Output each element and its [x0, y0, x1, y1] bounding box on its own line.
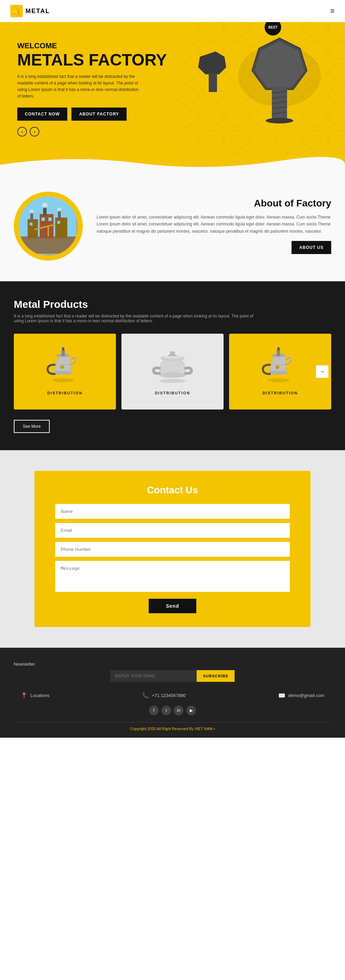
about-button-wrapper: ABOUT US	[97, 241, 331, 254]
products-description: It is a long established fact that a rea…	[14, 314, 255, 323]
footer: Newsletter SUBSCRIBE 📍 Locations 📞 +71 1…	[0, 648, 345, 738]
contact-now-button[interactable]: CONTACT NOW	[17, 108, 67, 121]
footer-email: ✉️ demo@gmail.com	[278, 692, 324, 699]
hero-section: BEST WELCOME METALS FACTORY It is a long…	[0, 0, 345, 171]
about-text-content: About of Factory Lorem ipsum dolor sit a…	[97, 198, 331, 254]
svg-text:🤙: 🤙	[12, 6, 22, 16]
hero-navigation: ‹ ›	[17, 127, 172, 137]
svg-point-53	[276, 365, 279, 369]
hero-bolt-image	[183, 14, 335, 131]
hero-title: METALS FACTORY	[17, 51, 172, 69]
svg-rect-34	[54, 371, 72, 374]
footer-email-text: demo@gmail.com	[288, 693, 324, 698]
contact-name-input[interactable]	[55, 504, 290, 519]
see-more-button[interactable]: See More	[14, 420, 50, 433]
svg-point-40	[61, 365, 64, 369]
newsletter-email-input[interactable]	[110, 670, 196, 682]
product-label-2: DISTRIBUTION	[155, 391, 190, 395]
about-section: About of Factory Lorem ipsum dolor sit a…	[0, 171, 345, 281]
factory-svg	[21, 199, 76, 254]
contact-email-input[interactable]	[55, 523, 290, 538]
products-carousel-wrapper: ←	[14, 334, 331, 409]
svg-point-46	[267, 378, 289, 382]
footer-location: 📍 Locations	[21, 692, 50, 699]
hero-description: It is a long established fact that a rea…	[17, 73, 141, 100]
hero-wave	[0, 154, 345, 171]
svg-rect-30	[42, 218, 45, 221]
subscribe-button[interactable]: SUBSCRIBE	[196, 670, 235, 682]
product-card-2[interactable]: DISTRIBUTION	[121, 334, 224, 409]
products-next-button[interactable]: →	[316, 365, 329, 378]
hero-prev-button[interactable]: ‹	[17, 127, 27, 137]
send-button[interactable]: Send	[149, 599, 196, 613]
svg-rect-29	[30, 223, 32, 226]
products-title: Metal Products	[14, 299, 331, 310]
products-section: Metal Products It is a long established …	[0, 281, 345, 450]
about-description: Lorem ipsum dolor sit amet, consectetuer…	[97, 214, 331, 235]
product-image-2	[149, 344, 196, 385]
footer-copyright: Copyright 2020 All Right Reserved By VIE…	[14, 727, 331, 731]
location-icon: 📍	[21, 692, 27, 699]
footer-social: f t in ▶	[14, 706, 331, 715]
logo[interactable]: 🤙 METAL	[10, 5, 50, 17]
footer-divider	[14, 722, 331, 722]
footer-newsletter: Newsletter SUBSCRIBE	[14, 662, 331, 682]
newsletter-label: Newsletter	[14, 662, 35, 667]
email-icon: ✉️	[278, 692, 285, 699]
svg-point-24	[30, 210, 34, 214]
svg-rect-15	[209, 73, 217, 92]
about-us-button[interactable]: ABOUT US	[292, 241, 331, 254]
product-label-3: DISTRIBUTION	[262, 391, 298, 395]
svg-point-13	[266, 118, 293, 123]
hamburger-menu[interactable]: ≡	[330, 6, 335, 16]
svg-rect-47	[269, 371, 287, 374]
hero-buttons: CONTACT NOW ABOUT FACTORY	[17, 108, 172, 121]
svg-point-26	[57, 207, 61, 212]
contact-section: Contact Us Send	[0, 450, 345, 648]
svg-point-45	[170, 351, 175, 354]
twitter-button[interactable]: t	[161, 706, 171, 715]
product-label-1: DISTRIBUTION	[47, 391, 83, 395]
about-factory-image	[14, 192, 83, 261]
svg-rect-20	[55, 218, 67, 238]
svg-rect-17	[21, 237, 76, 254]
logo-text: METAL	[26, 8, 50, 15]
svg-point-38	[62, 347, 64, 349]
product-image-1	[41, 344, 89, 385]
svg-point-33	[52, 378, 74, 382]
product-card-1[interactable]: DISTRIBUTION	[14, 334, 116, 409]
svg-rect-32	[57, 221, 60, 224]
footer-phone-text: +71 1234567890	[152, 693, 185, 698]
product-image-3	[256, 344, 304, 385]
hero-welcome-text: WELCOME	[17, 41, 172, 50]
footer-location-text: Locations	[30, 693, 50, 698]
svg-point-51	[277, 347, 280, 349]
contact-phone-input[interactable]	[55, 542, 290, 557]
contact-title: Contact Us	[55, 485, 290, 496]
svg-point-25	[42, 203, 48, 208]
footer-info: 📍 Locations 📞 +71 1234567890 ✉️ demo@gma…	[14, 692, 331, 699]
about-title: About of Factory	[97, 198, 331, 209]
svg-rect-31	[48, 218, 52, 221]
facebook-button[interactable]: f	[149, 706, 159, 715]
contact-box: Contact Us Send	[35, 471, 310, 627]
svg-point-42	[160, 372, 185, 378]
svg-marker-14	[198, 52, 226, 74]
footer-copyright-text: Copyright 2020 All Right Reserved By VIE…	[130, 727, 215, 731]
hero-next-button[interactable]: ›	[30, 127, 39, 137]
contact-message-input[interactable]	[55, 561, 290, 592]
svg-rect-23	[58, 211, 61, 219]
hero-content: WELCOME METALS FACTORY It is a long esta…	[0, 27, 190, 150]
about-factory-button[interactable]: ABOUT FACTORY	[72, 108, 127, 121]
linkedin-button[interactable]: in	[174, 706, 184, 715]
phone-icon: 📞	[142, 692, 149, 699]
footer-phone: 📞 +71 1234567890	[142, 692, 185, 699]
youtube-button[interactable]: ▶	[186, 706, 196, 715]
svg-rect-22	[43, 207, 46, 216]
logo-icon: 🤙	[10, 5, 23, 17]
svg-point-41	[160, 379, 185, 383]
products-grid: DISTRIBUTION	[14, 334, 331, 409]
header: 🤙 METAL ≡	[0, 0, 345, 22]
newsletter-form: SUBSCRIBE	[110, 670, 235, 682]
